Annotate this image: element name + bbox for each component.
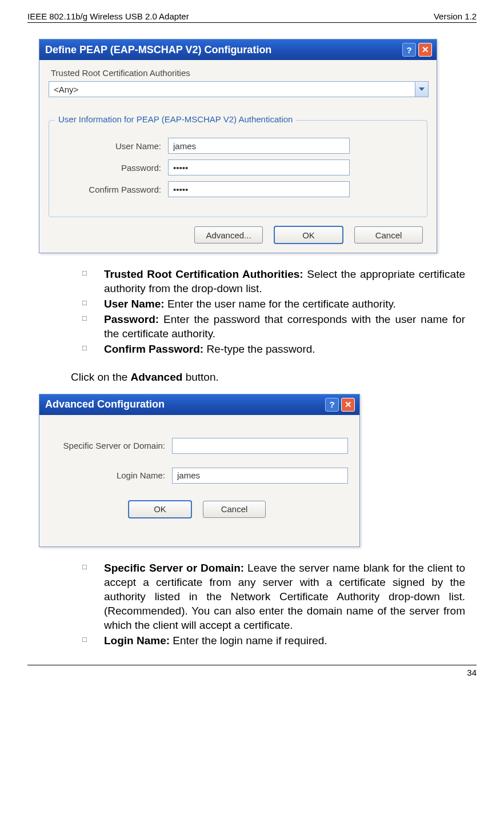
help-icon[interactable]: ? — [402, 43, 416, 57]
window-body: Specific Server or Domain: Login Name: O… — [39, 415, 359, 546]
bullet-bold: Login Name: — [104, 635, 170, 647]
dropdown-value: <Any> — [49, 85, 415, 94]
window-title: Advanced Configuration — [45, 398, 165, 410]
confirm-password-row: Confirm Password: — [61, 181, 415, 197]
password-label: Password: — [61, 163, 168, 173]
titlebar: Advanced Configuration ? ✕ — [39, 394, 359, 415]
bullet-bold: User Name: — [104, 298, 165, 310]
titlebar-buttons: ? ✕ — [402, 43, 432, 57]
cancel-button[interactable]: Cancel — [203, 501, 266, 518]
ok-button[interactable]: OK — [274, 226, 343, 244]
server-domain-label: Specific Server or Domain: — [51, 441, 172, 450]
list-item: User Name: Enter the user name for the c… — [82, 297, 465, 311]
ok-button[interactable]: OK — [129, 501, 191, 518]
window-title: Define PEAP (EAP-MSCHAP V2) Configuratio… — [45, 44, 271, 56]
confirm-password-input[interactable] — [168, 181, 350, 197]
titlebar-buttons: ? ✕ — [325, 398, 355, 412]
list-item: Trusted Root Certification Authorities: … — [82, 267, 465, 296]
para-text: Click on the — [71, 371, 131, 383]
bullet-bold: Password: — [104, 313, 159, 325]
body-text-1: Trusted Root Certification Authorities: … — [39, 267, 465, 385]
window-body: Trusted Root Certification Authorities <… — [39, 60, 437, 253]
bullet-rest: Re-type the password. — [203, 343, 315, 355]
titlebar: Define PEAP (EAP-MSCHAP V2) Configuratio… — [39, 39, 437, 60]
password-input[interactable] — [168, 159, 350, 175]
list-item: Login Name: Enter the login name if requ… — [82, 633, 465, 648]
chevron-down-icon[interactable] — [415, 82, 428, 97]
cancel-button[interactable]: Cancel — [354, 226, 423, 244]
confirm-password-label: Confirm Password: — [61, 185, 168, 194]
advanced-button[interactable]: Advanced... — [194, 226, 263, 244]
login-name-label: Login Name: — [51, 470, 172, 480]
bullet-bold: Specific Server or Domain: — [104, 562, 244, 574]
bullet-list-2: Specific Server or Domain: Leave the ser… — [39, 561, 465, 648]
mid-paragraph: Click on the Advanced button. — [71, 370, 465, 384]
bullet-list-1: Trusted Root Certification Authorities: … — [39, 267, 465, 356]
user-info-fieldset: User Information for PEAP (EAP-MSCHAP V2… — [49, 120, 427, 217]
header-left: IEEE 802.11b/g Wireless USB 2.0 Adapter — [27, 11, 189, 21]
bullet-rest: Enter the user name for the certificate … — [165, 298, 396, 310]
login-name-input[interactable] — [172, 468, 348, 484]
page-number: 34 — [467, 668, 477, 677]
list-item: Password: Enter the password that corres… — [82, 312, 465, 341]
advanced-config-window: Advanced Configuration ? ✕ Specific Serv… — [39, 394, 360, 547]
list-item: Specific Server or Domain: Leave the ser… — [82, 561, 465, 632]
bullet-bold: Confirm Password: — [104, 343, 203, 355]
para-text: button. — [182, 371, 218, 383]
button-row: Advanced... OK Cancel — [49, 226, 427, 244]
page-header: IEEE 802.11b/g Wireless USB 2.0 Adapter … — [27, 11, 477, 23]
bullet-rest: Enter the login name if required. — [170, 635, 327, 647]
body-text-2: Specific Server or Domain: Leave the ser… — [39, 561, 465, 648]
server-domain-row: Specific Server or Domain: — [51, 438, 348, 454]
button-row: OK Cancel — [51, 501, 348, 518]
bullet-bold: Trusted Root Certification Authorities: — [104, 268, 303, 280]
header-right: Version 1.2 — [434, 11, 477, 21]
list-item: Confirm Password: Re-type the password. — [82, 342, 465, 356]
define-peap-window: Define PEAP (EAP-MSCHAP V2) Configuratio… — [39, 39, 437, 253]
close-icon[interactable]: ✕ — [341, 398, 355, 412]
help-icon[interactable]: ? — [325, 398, 339, 412]
username-label: User Name: — [61, 141, 168, 151]
close-icon[interactable]: ✕ — [418, 43, 432, 57]
page-footer: 34 — [27, 665, 477, 677]
trca-dropdown[interactable]: <Any> — [49, 81, 429, 97]
login-name-row: Login Name: — [51, 468, 348, 484]
trca-label: Trusted Root Certification Authorities — [51, 68, 427, 78]
username-input[interactable] — [168, 138, 350, 154]
server-domain-input[interactable] — [172, 438, 348, 454]
para-bold: Advanced — [131, 371, 183, 383]
fieldset-legend: User Information for PEAP (EAP-MSCHAP V2… — [55, 114, 296, 124]
password-row: Password: — [61, 159, 415, 175]
username-row: User Name: — [61, 138, 415, 154]
